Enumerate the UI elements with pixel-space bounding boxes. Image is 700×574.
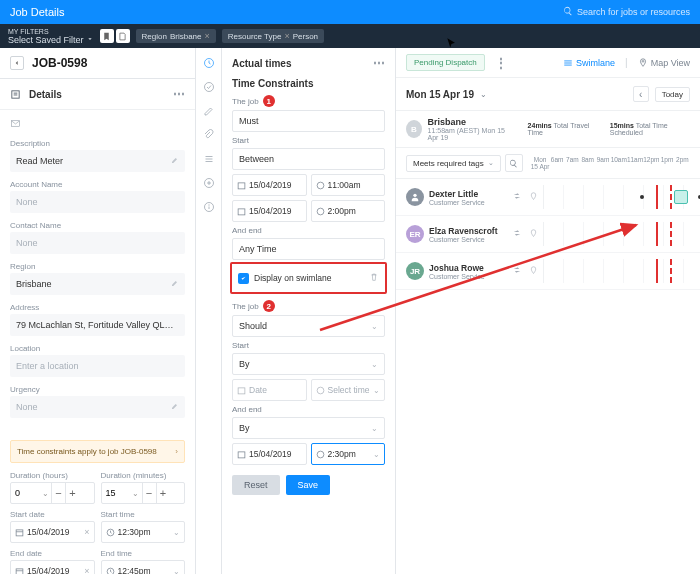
save-filter-icon[interactable] (116, 29, 130, 43)
badge-2: 2 (263, 300, 275, 312)
constraint2-end-time[interactable]: 2:30pm⌄ (311, 443, 386, 465)
constraint2-date[interactable]: Date (232, 379, 307, 401)
swap-icon[interactable] (510, 265, 524, 277)
chevron-down-icon (86, 35, 94, 45)
constraint-start-date-2[interactable]: 15/04/2019 (232, 200, 307, 222)
close-icon[interactable]: × (284, 31, 289, 41)
my-filters-label: MY FILTERS (8, 28, 94, 35)
saved-filter-dropdown[interactable]: Select Saved Filter (8, 35, 94, 45)
back-button[interactable] (10, 56, 24, 70)
svg-point-28 (317, 451, 324, 458)
start-condition-select[interactable]: Between (232, 148, 385, 170)
job-condition-select-2[interactable]: Should⌄ (232, 315, 385, 337)
constraint-start-time-1[interactable]: 11:00am (311, 174, 386, 196)
tab-map[interactable]: Map View (638, 58, 690, 68)
address-field[interactable]: 79 McLachlan St, Fortitude Valley QLD 40… (10, 314, 185, 336)
pencil-icon[interactable] (202, 104, 216, 118)
svg-rect-27 (238, 451, 245, 457)
duration-minutes-stepper[interactable]: ⌄−+ (101, 482, 186, 504)
duration-hours-stepper[interactable]: ⌄−+ (10, 482, 95, 504)
constraint-start-time-2[interactable]: 2:00pm (311, 200, 386, 222)
pin-icon[interactable] (529, 229, 538, 240)
svg-point-32 (642, 60, 644, 62)
svg-point-24 (317, 208, 324, 215)
avatar: ER (406, 225, 424, 243)
avatar: JR (406, 262, 424, 280)
svg-rect-7 (16, 568, 23, 574)
start-date-field[interactable]: 15/04/2019× (10, 521, 95, 543)
filter-pill-region[interactable]: RegionBrisbane× (136, 29, 216, 43)
start-time-field[interactable]: 12:30pm⌄ (101, 521, 186, 543)
svg-point-22 (317, 182, 324, 189)
end-time-field[interactable]: 12:45pm⌄ (101, 560, 186, 574)
region-field[interactable]: Brisbane (10, 273, 185, 295)
display-swimlane-checkbox[interactable] (238, 273, 249, 284)
tab-swimlane[interactable]: Swimlane (563, 58, 615, 68)
swap-icon[interactable] (510, 191, 524, 203)
status-badge: Pending Dispatch (406, 54, 485, 71)
attachment-icon[interactable] (202, 128, 216, 142)
search-icon (563, 6, 573, 18)
list-icon[interactable] (202, 152, 216, 166)
edit-icon (171, 279, 179, 289)
save-button[interactable]: Save (286, 475, 331, 495)
message-icon[interactable] (0, 110, 195, 139)
svg-rect-21 (238, 182, 245, 188)
tags-filter[interactable]: Meets required tags⌄ (406, 155, 501, 172)
timeline-lane[interactable] (543, 222, 690, 246)
timeline-lane[interactable] (543, 185, 690, 209)
constraint2-time[interactable]: Select time⌄ (311, 379, 386, 401)
end-condition-select-2[interactable]: By⌄ (232, 417, 385, 439)
trash-icon[interactable] (369, 272, 379, 284)
search-button[interactable] (505, 154, 523, 172)
urgency-field[interactable]: None (10, 396, 185, 418)
svg-point-26 (317, 387, 324, 394)
job-condition-select[interactable]: Must (232, 110, 385, 132)
plus-circle-icon[interactable] (202, 176, 216, 190)
more-icon[interactable]: ⋮ (495, 56, 507, 70)
resource-row[interactable]: Dexter LittleCustomer Service (396, 179, 700, 216)
svg-point-20 (208, 205, 209, 206)
pin-icon[interactable] (529, 192, 538, 203)
info-icon[interactable] (202, 200, 216, 214)
more-icon[interactable]: ⋯ (173, 87, 185, 101)
current-date: Mon 15 Apr 19 (406, 89, 474, 100)
today-button[interactable]: Today (655, 87, 690, 102)
svg-point-11 (204, 83, 213, 92)
check-circle-icon[interactable] (202, 80, 216, 94)
end-condition-select[interactable]: Any Time (232, 238, 385, 260)
location-field[interactable]: Enter a location (10, 355, 185, 377)
svg-rect-4 (16, 529, 23, 535)
constraint2-end-date[interactable]: 15/04/2019 (232, 443, 307, 465)
close-icon[interactable]: × (204, 31, 209, 41)
annotation-highlight-1: Display on swimlane (230, 262, 387, 294)
job-id: JOB-0598 (32, 56, 87, 70)
start-condition-select-2[interactable]: By⌄ (232, 353, 385, 375)
page-title: Job Details (10, 6, 563, 18)
chevron-down-icon[interactable]: ⌄ (480, 90, 487, 99)
clock-icon[interactable] (202, 56, 216, 70)
global-search[interactable]: Search for jobs or resources (563, 6, 690, 18)
description-field[interactable]: Read Meter (10, 150, 185, 172)
constraint-start-date-1[interactable]: 15/04/2019 (232, 174, 307, 196)
timeline-lane[interactable] (543, 259, 690, 283)
time-constraint-warning[interactable]: Time constraints apply to job JOB-0598› (10, 440, 185, 463)
more-icon[interactable]: ⋯ (373, 56, 385, 70)
contact-field[interactable]: None (10, 232, 185, 254)
prev-button[interactable]: ‹ (633, 86, 649, 102)
chevron-right-icon: › (175, 447, 178, 456)
account-field[interactable]: None (10, 191, 185, 213)
badge-1: 1 (263, 95, 275, 107)
pin-icon[interactable] (529, 266, 538, 277)
reset-button[interactable]: Reset (232, 475, 280, 495)
person-icon (406, 188, 424, 206)
region-avatar: B (406, 120, 422, 138)
filter-pill-resource-type[interactable]: Resource Type×Person (222, 29, 324, 43)
bookmark-icon[interactable] (100, 29, 114, 43)
svg-rect-25 (238, 387, 245, 393)
resource-row[interactable]: ER Elza RavenscroftCustomer Service (396, 216, 700, 253)
swap-icon[interactable] (510, 228, 524, 240)
svg-rect-23 (238, 208, 245, 214)
end-date-field[interactable]: 15/04/2019× (10, 560, 95, 574)
resource-row[interactable]: JR Joshua RoweCustomer Service (396, 253, 700, 290)
